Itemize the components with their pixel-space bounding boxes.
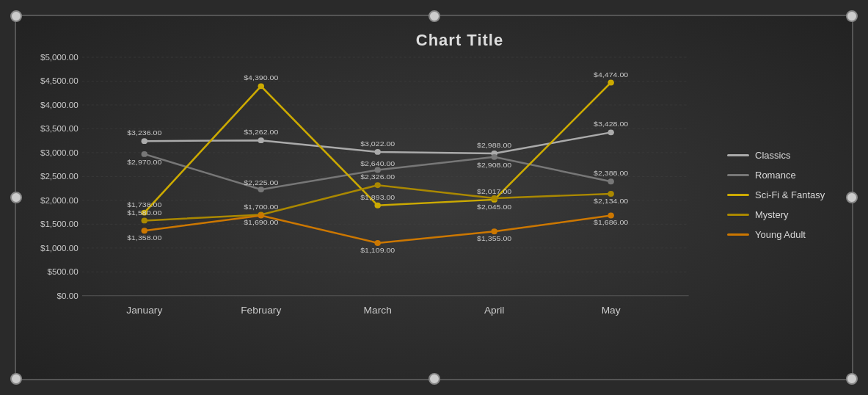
svg-text:$2,388.00: $2,388.00 <box>594 170 628 178</box>
corner-decoration <box>846 373 858 385</box>
svg-text:January: January <box>126 305 162 316</box>
svg-text:$500.00: $500.00 <box>48 268 79 277</box>
corner-decoration <box>846 10 858 22</box>
svg-text:$3,428.00: $3,428.00 <box>594 120 628 128</box>
romance-point <box>374 167 380 173</box>
svg-text:$1,500.00: $1,500.00 <box>40 220 79 229</box>
chart-plot-area: $0.00 $500.00 $1,000.00 $1,500.00 $2,000… <box>82 57 720 332</box>
romance-point <box>258 186 264 192</box>
svg-text:$2,640.00: $2,640.00 <box>360 159 395 167</box>
mystery-point <box>374 182 380 188</box>
svg-text:$5,000.00: $5,000.00 <box>40 53 79 62</box>
svg-text:$4,390.00: $4,390.00 <box>244 74 278 82</box>
svg-text:$1,358.00: $1,358.00 <box>127 233 161 242</box>
youngadult-point <box>258 213 264 219</box>
legend-romance: Romance <box>727 170 837 181</box>
svg-text:$3,500.00: $3,500.00 <box>40 125 79 134</box>
svg-text:$4,500.00: $4,500.00 <box>40 77 79 86</box>
corner-decoration <box>10 373 22 385</box>
romance-legend-line <box>727 174 749 176</box>
corner-decoration <box>10 192 22 203</box>
svg-text:$3,022.00: $3,022.00 <box>360 139 395 148</box>
svg-text:$4,000.00: $4,000.00 <box>40 101 79 109</box>
scifi-point <box>374 203 380 209</box>
svg-text:$1,355.00: $1,355.00 <box>477 234 511 242</box>
legend-scifi: Sci-Fi & Fantasy <box>727 189 837 200</box>
svg-text:$2,908.00: $2,908.00 <box>477 161 511 169</box>
chart-svg: $0.00 $500.00 $1,000.00 $1,500.00 $2,000… <box>82 57 720 332</box>
svg-text:$2,326.00: $2,326.00 <box>360 173 395 181</box>
scifi-point <box>258 83 264 89</box>
svg-text:$3,000.00: $3,000.00 <box>40 148 79 157</box>
mystery-legend-line <box>727 214 749 216</box>
chart-body: $0.00 $500.00 $1,000.00 $1,500.00 $2,000… <box>82 57 837 332</box>
svg-text:$1,690.00: $1,690.00 <box>244 219 278 227</box>
youngadult-legend-label: Young Adult <box>755 229 806 240</box>
svg-text:$1,580.00: $1,580.00 <box>127 209 161 217</box>
classics-point <box>142 138 147 144</box>
svg-text:$1,109.00: $1,109.00 <box>360 246 395 254</box>
mystery-point <box>608 191 613 197</box>
legend-mystery: Mystery <box>727 209 837 220</box>
svg-text:$2,225.00: $2,225.00 <box>244 179 278 187</box>
chart-title: Chart Title <box>82 31 837 50</box>
svg-text:$2,017.00: $2,017.00 <box>477 187 511 195</box>
legend-youngadult: Young Adult <box>727 229 837 240</box>
svg-text:April: April <box>484 305 505 316</box>
classics-legend-line <box>727 154 749 156</box>
romance-point <box>491 154 497 160</box>
svg-text:$2,000.00: $2,000.00 <box>40 196 79 205</box>
youngadult-legend-line <box>727 233 749 236</box>
chart-legend: Classics Romance Sci-Fi & Fantasy Myster… <box>720 57 837 332</box>
romance-legend-label: Romance <box>755 170 796 181</box>
svg-text:$1,700.00: $1,700.00 <box>244 203 278 211</box>
svg-text:$2,045.00: $2,045.00 <box>477 203 511 211</box>
legend-classics: Classics <box>727 150 837 161</box>
corner-decoration <box>428 10 440 22</box>
svg-text:$3,236.00: $3,236.00 <box>127 129 161 137</box>
svg-text:$1,738.00: $1,738.00 <box>127 200 161 209</box>
classics-point <box>608 129 613 135</box>
scifi-legend-line <box>727 194 749 196</box>
corner-decoration <box>428 373 440 385</box>
svg-text:$4,474.00: $4,474.00 <box>594 70 628 79</box>
classics-point <box>258 137 264 143</box>
svg-text:$0.00: $0.00 <box>57 291 79 300</box>
youngadult-point <box>491 228 497 234</box>
svg-text:$2,988.00: $2,988.00 <box>477 141 511 149</box>
classics-legend-label: Classics <box>755 150 790 161</box>
classics-point <box>374 149 380 155</box>
mystery-legend-label: Mystery <box>755 209 789 220</box>
scifi-point <box>608 80 613 86</box>
svg-text:$1,686.00: $1,686.00 <box>594 219 628 227</box>
youngadult-point <box>374 240 380 246</box>
chart-container: Chart Title <box>15 15 853 380</box>
scifi-legend-label: Sci-Fi & Fantasy <box>755 189 825 200</box>
svg-text:$1,000.00: $1,000.00 <box>40 244 79 253</box>
youngadult-point <box>142 228 147 233</box>
svg-text:May: May <box>602 305 621 316</box>
svg-text:$2,970.00: $2,970.00 <box>127 158 161 166</box>
svg-text:$3,262.00: $3,262.00 <box>244 128 278 137</box>
svg-text:February: February <box>241 305 281 316</box>
corner-decoration <box>846 192 858 203</box>
svg-text:March: March <box>364 305 392 316</box>
svg-text:$2,500.00: $2,500.00 <box>40 173 79 181</box>
svg-text:$1,893.00: $1,893.00 <box>360 193 395 201</box>
youngadult-line <box>145 216 611 243</box>
mystery-point <box>491 195 497 201</box>
mystery-point <box>142 217 147 223</box>
youngadult-point <box>608 213 613 219</box>
corner-decoration <box>10 10 22 22</box>
romance-point <box>142 151 147 157</box>
svg-text:$2,134.00: $2,134.00 <box>594 197 628 205</box>
romance-point <box>608 178 613 184</box>
